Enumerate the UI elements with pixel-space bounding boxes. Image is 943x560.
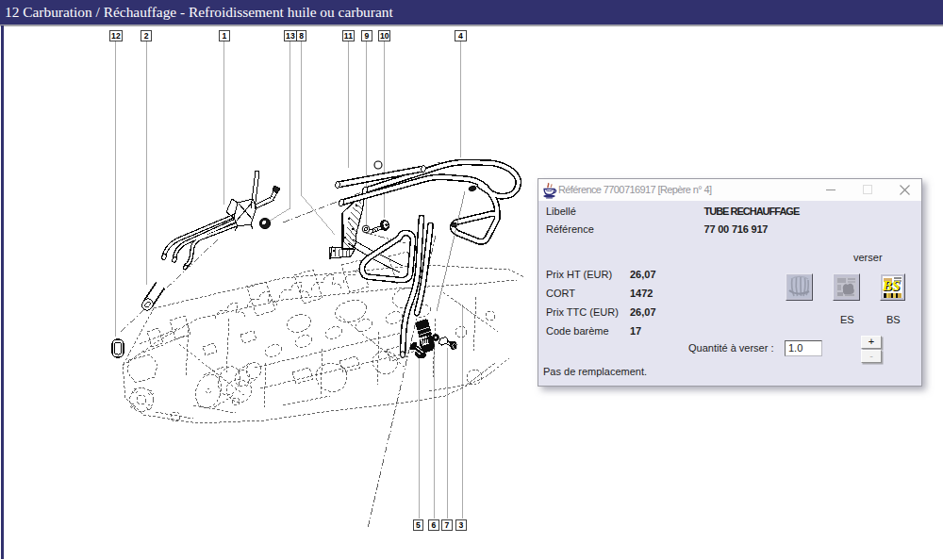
svg-text:12: 12: [111, 31, 121, 41]
svg-text:11: 11: [344, 31, 353, 41]
svg-text:8: 8: [299, 31, 304, 41]
svg-text:5: 5: [416, 520, 421, 530]
svg-text:7: 7: [445, 520, 450, 530]
svg-text:10: 10: [380, 31, 389, 41]
svg-text:6: 6: [432, 520, 437, 530]
svg-text:13: 13: [286, 31, 295, 41]
svg-text:4: 4: [458, 31, 463, 41]
svg-text:3: 3: [459, 520, 464, 530]
svg-text:9: 9: [365, 31, 370, 41]
svg-text:1: 1: [223, 31, 227, 41]
svg-text:2: 2: [144, 31, 149, 41]
svg-text:BS: BS: [882, 278, 900, 293]
